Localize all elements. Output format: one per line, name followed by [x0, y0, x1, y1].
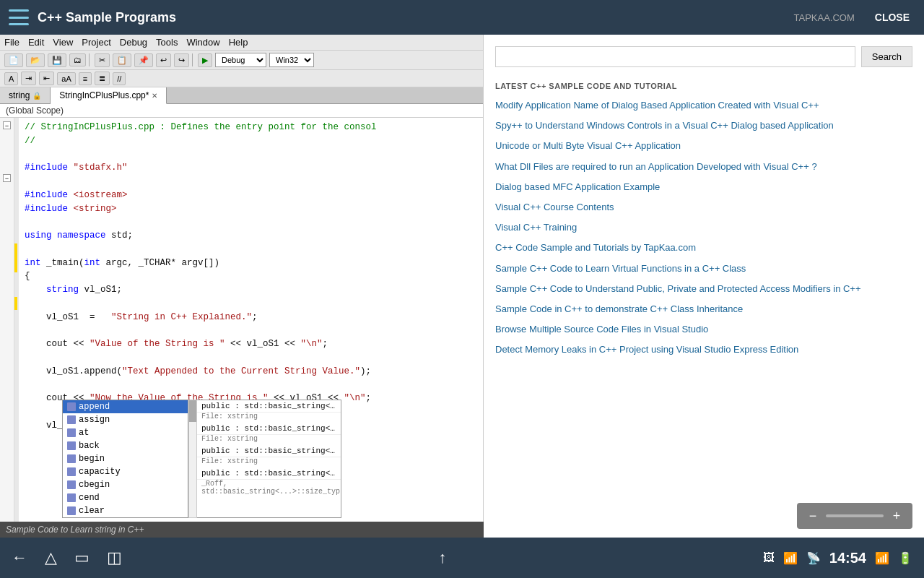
toolbar-platform-select[interactable]: Win32 x64: [269, 53, 314, 67]
toolbar-save[interactable]: 💾: [48, 53, 66, 67]
menu-help[interactable]: Help: [229, 37, 248, 48]
toolbar-comment[interactable]: //: [113, 72, 126, 85]
autocomplete-list: append assign at back: [62, 400, 188, 518]
toolbar-redo[interactable]: ↪: [174, 53, 189, 67]
sidebar-link-4[interactable]: What Dll Files are required to run an Ap…: [495, 160, 912, 173]
app-title: C++ Sample Programs: [38, 10, 793, 25]
ac-assign-label: assign: [79, 415, 110, 425]
scope-bar: (Global Scope): [0, 104, 483, 118]
zoom-in-button[interactable]: +: [886, 506, 907, 526]
ac-assign-icon: [67, 415, 76, 424]
zoom-out-button[interactable]: −: [803, 506, 823, 526]
grid-button[interactable]: ◫: [107, 548, 122, 567]
ac-scrollbar[interactable]: [188, 400, 197, 518]
sidebar-link-5[interactable]: Dialog based MFC Application Example: [495, 181, 912, 194]
close-button[interactable]: CLOSE: [869, 9, 915, 26]
sidebar: Search LATEST C++ SAMPLE CODE AND TUTORI…: [484, 35, 924, 538]
recents-button[interactable]: ▭: [74, 548, 90, 567]
collapse-2[interactable]: −: [3, 174, 11, 182]
toolbar-case[interactable]: aA: [57, 72, 75, 85]
ac-item-append[interactable]: append: [63, 400, 188, 413]
toolbar-new[interactable]: 📄: [4, 53, 23, 67]
sidebar-link-3[interactable]: Unicode or Multi Byte Visual C++ Applica…: [495, 139, 912, 152]
sidebar-link-6[interactable]: Visual C++ Course Contents: [495, 201, 912, 214]
menu-window[interactable]: Window: [186, 37, 219, 48]
tapkaa-link[interactable]: TAPKAA.COM: [793, 12, 854, 23]
signal-icon: 📡: [806, 551, 821, 565]
toolbar-cut[interactable]: ✂: [95, 53, 110, 67]
sidebar-link-8[interactable]: C++ Code Sample and Tutorials by TapKaa.…: [495, 241, 912, 254]
search-area: Search: [495, 46, 912, 67]
code-area[interactable]: // StringInCPlusPlus.cpp : Defines the e…: [19, 118, 483, 538]
toolbar-save2[interactable]: 🗂: [69, 53, 86, 66]
tab-string[interactable]: string 🔒: [0, 87, 51, 103]
back-button[interactable]: ←: [12, 548, 27, 567]
ac-item-back[interactable]: back: [63, 439, 188, 452]
home-button[interactable]: △: [45, 548, 57, 567]
toolbar-undo[interactable]: ↩: [156, 53, 171, 67]
tab-main-cpp[interactable]: StringInCPlusPlus.cpp* ✕: [51, 87, 167, 104]
hamburger-icon[interactable]: [9, 9, 29, 25]
ac-detail-3: public : std::basic_string<...>::_Myt &: [197, 445, 341, 457]
ac-item-capacity[interactable]: capacity: [63, 465, 188, 478]
menu-edit[interactable]: Edit: [28, 37, 44, 48]
autocomplete-dropdown: append assign at back: [62, 400, 341, 518]
ac-item-begin[interactable]: begin: [63, 452, 188, 465]
menu-file[interactable]: File: [4, 37, 19, 48]
network-icon: 📶: [875, 551, 889, 565]
toolbar-run[interactable]: ▶: [198, 53, 212, 67]
toolbar-align[interactable]: ≡: [79, 72, 92, 85]
toolbar-bold[interactable]: A: [4, 72, 18, 85]
menu-project[interactable]: Project: [82, 37, 110, 48]
sidebar-link-11[interactable]: Sample Code in C++ to demonstrate C++ Cl…: [495, 303, 912, 316]
ac-item-cend[interactable]: cend: [63, 491, 188, 504]
sidebar-link-9[interactable]: Sample C++ Code to Learn Virtual Functio…: [495, 262, 912, 275]
ac-capacity-label: capacity: [79, 467, 121, 477]
ac-detail-4: public : std::basic_string<...>::size_ty…: [197, 467, 341, 480]
battery-icon: 🔋: [898, 551, 912, 565]
ac-item-clear[interactable]: clear: [63, 504, 188, 517]
sidebar-link-13[interactable]: Detect Memory Leaks in C++ Project using…: [495, 343, 912, 356]
menu-debug[interactable]: Debug: [120, 37, 147, 48]
sidebar-link-7[interactable]: Visual C++ Training: [495, 221, 912, 234]
ac-detail-3-file: File: xstring: [197, 457, 341, 467]
toolbar-config-select[interactable]: Debug Release: [215, 53, 266, 67]
ac-append-icon: [67, 402, 76, 411]
menu-tools[interactable]: Tools: [156, 37, 178, 48]
sidebar-link-1[interactable]: Modify Application Name of Dialog Based …: [495, 99, 912, 112]
ac-item-cbegin[interactable]: cbegin: [63, 478, 188, 491]
tab-main-cpp-close-icon[interactable]: ✕: [152, 92, 157, 100]
main-content: File Edit View Project Debug Tools Windo…: [0, 35, 924, 538]
toolbar-open[interactable]: 📂: [26, 53, 45, 67]
up-arrow-button[interactable]: ↑: [438, 548, 446, 567]
search-button[interactable]: Search: [861, 46, 912, 67]
menu-view[interactable]: View: [53, 37, 73, 48]
time-display: 14:54: [829, 550, 866, 566]
ac-item-at[interactable]: at: [63, 426, 188, 439]
ac-detail-2: public : std::basic_string<...>::_Myt &: [197, 423, 341, 435]
ac-append-label: append: [79, 402, 110, 412]
ac-detail-1: public : std::basic_string<...>::_Myt &: [197, 400, 341, 413]
toolbar-indent[interactable]: ⇥: [21, 72, 36, 85]
collapse-1[interactable]: −: [3, 121, 11, 129]
ac-item-assign[interactable]: assign: [63, 413, 188, 426]
toolbar-outdent[interactable]: ⇤: [39, 72, 54, 85]
ide-toolbar: 📄 📂 💾 🗂 ✂ 📋 📌 ↩ ↪ ▶ Debug Release Win32 …: [0, 51, 483, 70]
ac-begin-icon: [67, 454, 76, 463]
toolbar-align2[interactable]: ≣: [95, 72, 110, 85]
nav-right: 🖼 📶 📡 14:54 📶 🔋: [763, 550, 912, 566]
ide-toolbar2: A ⇥ ⇤ aA ≡ ≣ //: [0, 70, 483, 87]
yellow-indicator2: [14, 297, 17, 310]
sidebar-link-10[interactable]: Sample C++ Code to Understand Public, Pr…: [495, 282, 912, 296]
ide-panel: File Edit View Project Debug Tools Windo…: [0, 35, 484, 538]
top-bar: C++ Sample Programs TAPKAA.COM CLOSE: [0, 0, 924, 35]
search-input[interactable]: [495, 46, 855, 67]
sidebar-link-2[interactable]: Spy++ to Understand Windows Controls in …: [495, 119, 912, 132]
toolbar-copy[interactable]: 📋: [113, 53, 131, 67]
toolbar-paste[interactable]: 📌: [134, 53, 153, 67]
ac-clear-label: clear: [79, 506, 105, 516]
sidebar-link-12[interactable]: Browse Multiple Source Code Files in Vis…: [495, 323, 912, 336]
ac-back-icon: [67, 441, 76, 450]
wifi-icon: 📶: [783, 551, 798, 565]
bottom-bar: ← △ ▭ ◫ ↑ 🖼 📶 📡 14:54 📶 🔋: [0, 538, 924, 578]
